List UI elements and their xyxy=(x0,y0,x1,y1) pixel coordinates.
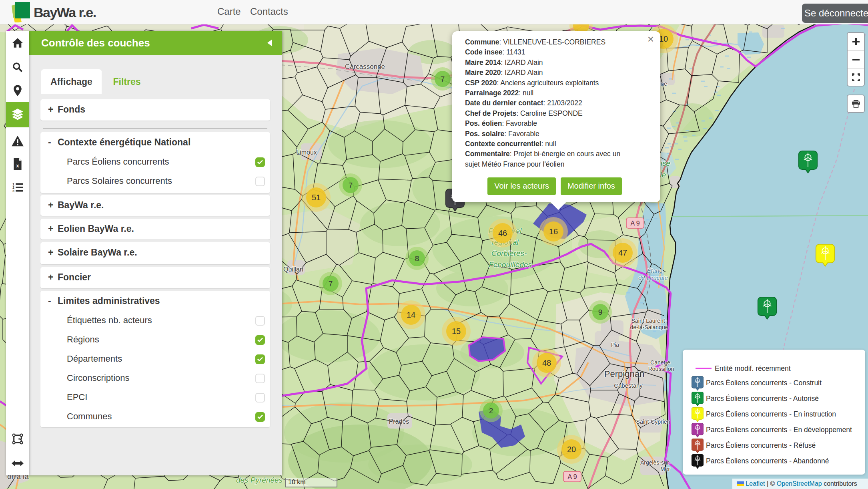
svg-text:10: 10 xyxy=(659,34,668,43)
svg-text:ise: ise xyxy=(661,159,670,167)
svg-text:Étang: Étang xyxy=(647,267,663,274)
svg-text:Canet-e: Canet-e xyxy=(650,359,670,366)
svg-text:ne: ne xyxy=(661,80,668,87)
svg-text:Perpignan: Perpignan xyxy=(604,369,644,379)
svg-text:Saint-Laurent-: Saint-Laurent- xyxy=(631,318,667,324)
svg-text:Carcassonne: Carcassonne xyxy=(345,63,385,70)
svg-text:Mer: Mer xyxy=(660,466,670,472)
svg-text:Quillan: Quillan xyxy=(283,266,303,273)
svg-text:A 9: A 9 xyxy=(630,220,639,227)
svg-text:48: 48 xyxy=(542,358,551,367)
svg-text:14: 14 xyxy=(407,310,415,319)
svg-text:Cabestany: Cabestany xyxy=(614,382,643,389)
svg-text:16: 16 xyxy=(549,227,558,236)
svg-text:9: 9 xyxy=(598,308,603,316)
svg-text:Roussillon: Roussillon xyxy=(648,366,674,372)
svg-text:Corbières-: Corbières- xyxy=(491,249,527,258)
svg-text:7: 7 xyxy=(349,181,353,189)
svg-text:x: x xyxy=(16,163,19,169)
svg-text:46: 46 xyxy=(498,229,507,237)
svg-text:de-la-Salanque: de-la-Salanque xyxy=(630,324,668,330)
svg-text:A 9: A 9 xyxy=(567,473,577,480)
svg-text:15: 15 xyxy=(452,327,461,336)
svg-text:20: 20 xyxy=(567,445,576,454)
svg-text:51: 51 xyxy=(312,193,321,202)
svg-text:7: 7 xyxy=(329,280,333,288)
svg-text:Argelès-sur-: Argelès-sur- xyxy=(640,459,671,466)
svg-text:7: 7 xyxy=(441,75,445,83)
svg-text:Saint-Cyprien: Saint-Cyprien xyxy=(636,419,670,425)
svg-text:47: 47 xyxy=(618,248,627,257)
svg-text:3: 3 xyxy=(12,189,14,193)
svg-text:Pia: Pia xyxy=(611,342,619,348)
svg-text:2: 2 xyxy=(489,406,493,415)
svg-text:ie: ie xyxy=(660,171,666,179)
svg-text:Limoux: Limoux xyxy=(296,149,317,156)
svg-text:Prades: Prades xyxy=(389,418,409,425)
svg-text:de Leucate: de Leucate xyxy=(638,274,668,281)
svg-text:8: 8 xyxy=(415,254,419,263)
svg-text:Fenouillèdes: Fenouillèdes xyxy=(489,260,532,269)
svg-text:des Pyrénées: des Pyrénées xyxy=(236,476,283,484)
